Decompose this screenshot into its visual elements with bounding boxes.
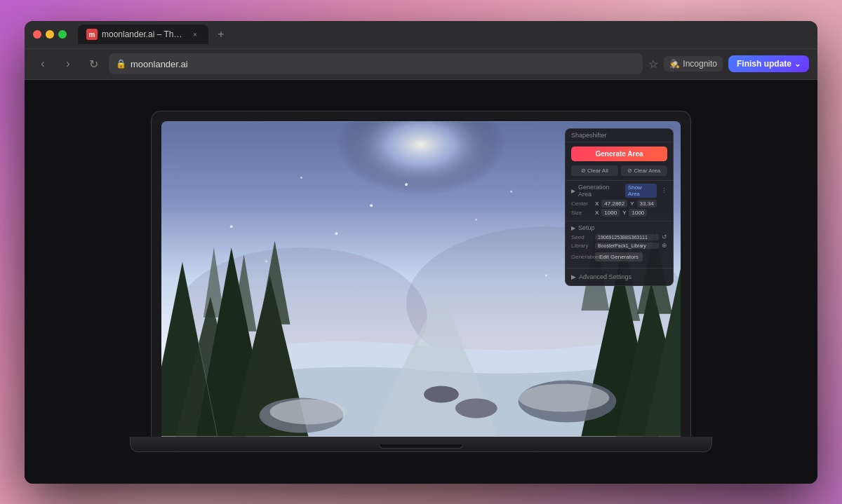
incognito-button[interactable]: 🕵 Incognito [664, 56, 723, 71]
clear-all-button[interactable]: ⊘ Clear All [571, 165, 618, 176]
center-x-value[interactable]: 47.2862 [601, 200, 627, 207]
svg-point-34 [545, 275, 547, 277]
svg-point-26 [300, 177, 302, 179]
center-y-value[interactable]: 33.34 [637, 200, 657, 207]
seed-row: Seed 19069125388S363111 ↺ [571, 233, 667, 240]
show-area-button[interactable]: Show Area [625, 184, 657, 198]
title-bar: m moonlander.ai – The first AI c... × + [25, 21, 817, 49]
edit-generators-button[interactable]: Edit Generators [595, 252, 643, 261]
seed-value[interactable]: 19069125388S363111 [595, 234, 659, 240]
svg-point-22 [519, 384, 610, 412]
generation-row: Generation Edit Generators [571, 250, 667, 264]
svg-point-20 [270, 400, 347, 425]
advanced-settings-section: ▶ Advanced Settings [566, 268, 673, 285]
setup-label: Setup [578, 224, 595, 231]
svg-point-32 [475, 219, 477, 221]
incognito-label: Incognito [683, 59, 717, 69]
svg-point-33 [405, 183, 408, 186]
traffic-lights [33, 30, 67, 39]
finish-update-label: Finish update [737, 59, 791, 69]
center-x-label: X [595, 200, 599, 207]
setup-section: ▶ Setup Seed 19069125388S363111 ↺ [566, 221, 673, 268]
svg-point-23 [424, 386, 459, 403]
generation-area-header: ▶ Generation Area Show Area ⋮ [571, 184, 667, 198]
browser-window: m moonlander.ai – The first AI c... × + … [25, 21, 817, 484]
generation-label: Generation [571, 254, 592, 260]
library-label: Library [571, 243, 592, 249]
panel-actions: ⊘ Clear All ⊘ Clear Area [566, 165, 673, 180]
maximize-button[interactable] [58, 30, 67, 39]
size-x-value[interactable]: 1000 [601, 209, 620, 217]
generate-area-button[interactable]: Generate Area [571, 147, 667, 161]
laptop-screen-bezel: Shapeshifter Generate Area ⊘ Clear All [161, 121, 681, 437]
size-y-value[interactable]: 1000 [629, 209, 647, 217]
scene-background: Shapeshifter Generate Area ⊘ Clear All [161, 121, 681, 437]
center-row: Center X 47.2862 Y 33.34 [571, 200, 667, 207]
clear-all-label: Clear All [587, 168, 608, 174]
adv-expand-icon: ▶ [571, 273, 576, 280]
tab-title: moonlander.ai – The first AI c... [102, 29, 186, 39]
active-tab[interactable]: m moonlander.ai – The first AI c... × [78, 25, 208, 44]
chevron-down-icon: ⌄ [794, 60, 801, 69]
expand-icon: ▶ [571, 188, 575, 194]
lock-icon: 🔒 [116, 59, 126, 69]
panel-header: Shapeshifter [566, 129, 673, 142]
library-value[interactable]: BoosterPack1_Library [595, 243, 659, 249]
svg-point-30 [510, 191, 512, 193]
shapeshifter-label: Shapeshifter [571, 132, 607, 139]
forward-button[interactable]: › [58, 54, 78, 74]
generation-area-label: Generation Area [578, 184, 622, 198]
tab-favicon: m [86, 29, 98, 40]
minimize-button[interactable] [46, 30, 54, 39]
advanced-settings-label: Advanced Settings [579, 273, 632, 280]
refresh-button[interactable]: ↻ [83, 54, 103, 74]
laptop-base [130, 437, 712, 452]
svg-point-28 [265, 261, 267, 263]
library-expand-icon[interactable]: ⊕ [662, 242, 667, 249]
navigation-bar: ‹ › ↻ 🔒 moonlander.ai ☆ 🕵 Incognito Fini… [25, 49, 817, 80]
advanced-settings-toggle[interactable]: ▶ Advanced Settings [571, 271, 667, 282]
center-label: Center [571, 200, 592, 207]
nav-right: ☆ 🕵 Incognito Finish update ⌄ [648, 55, 809, 72]
close-button[interactable] [33, 30, 41, 39]
setup-expand-icon: ▶ [571, 225, 575, 231]
setup-header: ▶ Setup [571, 224, 667, 231]
plugin-panel: Shapeshifter Generate Area ⊘ Clear All [565, 128, 674, 286]
tab-bar: m moonlander.ai – The first AI c... × + [78, 25, 809, 44]
clear-area-button[interactable]: ⊘ Clear Area [621, 165, 668, 176]
incognito-icon: 🕵 [669, 59, 680, 69]
size-x-label: X [595, 210, 599, 216]
laptop-notch [379, 444, 463, 449]
finish-update-button[interactable]: Finish update ⌄ [728, 55, 809, 72]
seed-label: Seed [571, 234, 592, 240]
svg-point-29 [335, 232, 338, 235]
center-y-label: Y [630, 200, 634, 207]
seed-refresh-icon[interactable]: ↺ [662, 233, 667, 240]
svg-point-25 [230, 225, 233, 228]
url-text: moonlander.ai [131, 59, 188, 69]
library-row: Library BoosterPack1_Library ⊕ [571, 242, 667, 249]
clear-icon: ⊘ [581, 168, 587, 174]
clear-area-label: Clear Area [634, 168, 660, 174]
page-content: Shapeshifter Generate Area ⊘ Clear All [25, 80, 817, 484]
svg-point-27 [370, 204, 373, 207]
size-row: Size X 1000 Y 1000 [571, 209, 667, 217]
size-label: Size [571, 210, 592, 216]
laptop-screen-outer: Shapeshifter Generate Area ⊘ Clear All [151, 111, 691, 437]
size-y-label: Y [622, 210, 626, 216]
tab-close-icon[interactable]: × [190, 29, 200, 39]
generation-area-section: ▶ Generation Area Show Area ⋮ Center X 4… [566, 180, 673, 221]
laptop: Shapeshifter Generate Area ⊘ Clear All [130, 111, 712, 452]
new-tab-button[interactable]: + [213, 26, 229, 43]
svg-point-24 [455, 399, 497, 418]
bookmark-icon[interactable]: ☆ [648, 57, 658, 71]
back-button[interactable]: ‹ [33, 54, 53, 74]
address-bar[interactable]: 🔒 moonlander.ai [109, 53, 643, 74]
more-icon[interactable]: ⋮ [661, 187, 667, 194]
